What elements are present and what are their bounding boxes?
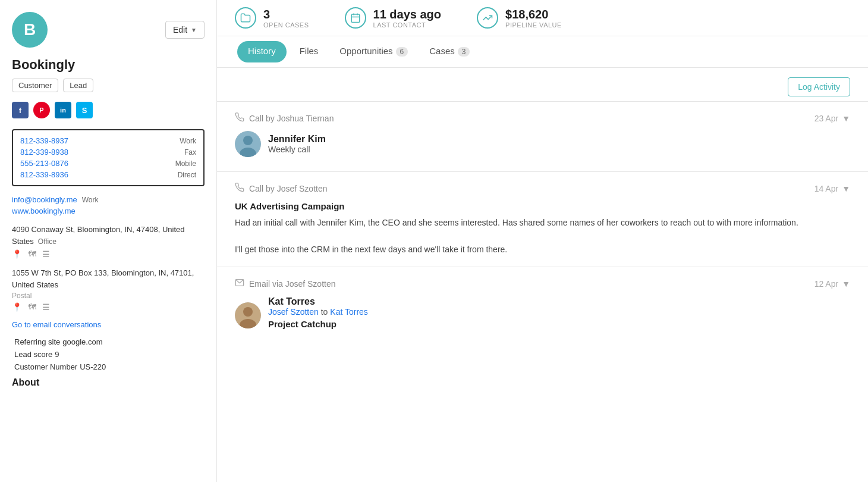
svg-point-5 [243, 136, 253, 145]
map-icon-2[interactable]: 🗺 [28, 302, 36, 312]
map-pin-icon-2[interactable]: 📍 [12, 302, 22, 312]
phone-direct-label: Direct [178, 171, 196, 179]
phone-row-mobile: 555-213-0876 Mobile [20, 159, 196, 168]
email-from-link[interactable]: Josef Szotten [268, 307, 319, 317]
activity-date-2: 14 Apr ▼ [814, 184, 850, 193]
email-row: info@bookingly.me Work [12, 195, 205, 204]
activity-entry-2: Call by Josef Szotten 14 Apr ▼ UK Advert… [217, 171, 868, 267]
email-link[interactable]: info@bookingly.me [12, 195, 77, 204]
activity-header-1: Call by Joshua Tiernan 23 Apr ▼ [235, 112, 850, 124]
linkedin-icon[interactable]: in [55, 102, 71, 118]
chevron-down-icon-2[interactable]: ▼ [842, 184, 850, 193]
list-icon-2[interactable]: ☰ [42, 302, 50, 312]
address-office-block: 4090 Conaway St, Bloomington, IN, 47408,… [12, 224, 205, 259]
stat-pipeline-value-label: PIPELINE VALUE [505, 21, 562, 29]
tags-container: Customer Lead [12, 79, 205, 92]
tab-opportunities[interactable]: Opportunities6 [329, 37, 419, 66]
activity-title-1: Call by Joshua Tiernan [235, 112, 334, 124]
activity-body-2: Had an initial call with Jennifer Kim, t… [235, 216, 850, 256]
person-name-1: Jennifer Kim [268, 134, 326, 145]
activity-header-3: Email via Josef Szotten 12 Apr ▼ [235, 278, 850, 289]
list-icon[interactable]: ☰ [42, 249, 50, 259]
activity-date-1: 23 Apr ▼ [814, 114, 850, 123]
address-office-text: 4090 Conaway St, Bloomington, IN, 47408,… [12, 224, 205, 247]
tag-customer[interactable]: Customer [12, 79, 58, 92]
email-to-text: to [321, 307, 331, 317]
stat-last-contact-value: 11 days ago [373, 8, 442, 21]
stat-open-cases-value: 3 [263, 8, 309, 21]
phone-icon-2 [235, 183, 244, 194]
chevron-down-icon: ▼ [191, 27, 197, 33]
activity-person-info-3: Kat Torres Josef Szotten to Kat Torres P… [268, 296, 368, 334]
tag-lead[interactable]: Lead [63, 79, 93, 92]
activity-date-3: 12 Apr ▼ [814, 279, 850, 289]
email-to-link[interactable]: Kat Torres [330, 307, 368, 317]
stat-open-cases-text: 3 OPEN CASES [263, 8, 309, 29]
svg-rect-0 [351, 14, 360, 23]
person-subtext-1: Weekly call [268, 145, 326, 154]
phone-icon-1 [235, 112, 244, 124]
chevron-down-icon-1[interactable]: ▼ [842, 114, 850, 123]
calendar-icon [345, 7, 366, 29]
avatar: B [12, 12, 48, 48]
address-postal-block: 1055 W 7th St, PO Box 133, Bloomington, … [12, 267, 205, 312]
pinterest-icon[interactable]: P [33, 102, 50, 118]
phone-box: 812-339-8937 Work 812-339-8938 Fax 555-2… [12, 129, 205, 186]
edit-button[interactable]: Edit ▼ [165, 21, 205, 39]
stat-last-contact-text: 11 days ago LAST CONTACT [373, 8, 442, 29]
customer-number-value: US-220 [80, 362, 106, 371]
phone-direct[interactable]: 812-339-8936 [20, 170, 68, 179]
activity-person-3: Kat Torres Josef Szotten to Kat Torres P… [235, 296, 850, 334]
address-postal-icons: 📍 🗺 ☰ [12, 302, 205, 312]
tabs-bar: History Files Opportunities6 Cases3 [217, 36, 868, 68]
stat-last-contact-label: LAST CONTACT [373, 21, 442, 29]
phone-fax-label: Fax [184, 148, 196, 157]
company-name: Bookingly [12, 57, 205, 73]
stat-pipeline-value: $18,620 PIPELINE VALUE [477, 7, 562, 29]
phone-work[interactable]: 812-339-8937 [20, 136, 68, 145]
activity-title-3: Email via Josef Szotten [235, 278, 336, 289]
address-office-icons: 📍 🗺 ☰ [12, 249, 205, 259]
phone-fax[interactable]: 812-339-8938 [20, 148, 68, 157]
address-postal-text: 1055 W 7th St, PO Box 133, Bloomington, … [12, 267, 205, 290]
address-postal-label: Postal [12, 292, 205, 300]
chart-icon [477, 7, 498, 29]
phone-row-fax: 812-339-8938 Fax [20, 148, 196, 157]
map-pin-icon[interactable]: 📍 [12, 249, 22, 259]
sidebar-header: B Edit ▼ [12, 12, 205, 48]
map-icon[interactable]: 🗺 [28, 249, 36, 259]
phone-mobile[interactable]: 555-213-0876 [20, 159, 68, 168]
email-conversations-link[interactable]: Go to email conversations [12, 320, 205, 329]
email-from-line: Josef Szotten to Kat Torres [268, 307, 368, 317]
activity-person-1: Jennifer Kim Weekly call [235, 131, 850, 157]
tab-files[interactable]: Files [289, 37, 329, 66]
svg-point-9 [243, 307, 253, 317]
cases-badge: 3 [458, 47, 470, 57]
phone-mobile-label: Mobile [175, 159, 196, 168]
stat-last-contact: 11 days ago LAST CONTACT [345, 7, 442, 29]
person-name-3: Kat Torres [268, 296, 368, 307]
log-activity-button[interactable]: Log Activity [788, 77, 850, 96]
phone-row-direct: 812-339-8936 Direct [20, 170, 196, 179]
skype-icon[interactable]: S [76, 102, 93, 118]
website-link[interactable]: www.bookingly.me [12, 206, 205, 215]
stats-bar: 3 OPEN CASES 11 days ago LAST CONTACT $1… [217, 0, 868, 36]
stat-pipeline-value-value: $18,620 [505, 8, 562, 21]
activity-header-2: Call by Josef Szotten 14 Apr ▼ [235, 183, 850, 194]
person-avatar-3 [235, 302, 261, 328]
customer-number-row: Customer NumberUS-220 [12, 362, 205, 371]
email-icon [235, 278, 244, 289]
log-activity-bar: Log Activity [217, 68, 868, 101]
tab-history[interactable]: History [237, 41, 287, 62]
chevron-down-icon-3[interactable]: ▼ [842, 279, 850, 289]
activity-person-info-1: Jennifer Kim Weekly call [268, 134, 326, 154]
about-section-title: About [12, 377, 205, 388]
tab-cases[interactable]: Cases3 [419, 37, 480, 66]
activity-title-2: Call by Josef Szotten [235, 183, 328, 194]
facebook-icon[interactable]: f [12, 102, 29, 118]
phone-row-work: 812-339-8937 Work [20, 136, 196, 145]
activity-entry-1: Call by Joshua Tiernan 23 Apr ▼ Jennifer [217, 101, 868, 171]
person-avatar-1 [235, 131, 261, 157]
lead-score-row: Lead score9 [12, 350, 205, 359]
opportunities-badge: 6 [396, 47, 408, 57]
